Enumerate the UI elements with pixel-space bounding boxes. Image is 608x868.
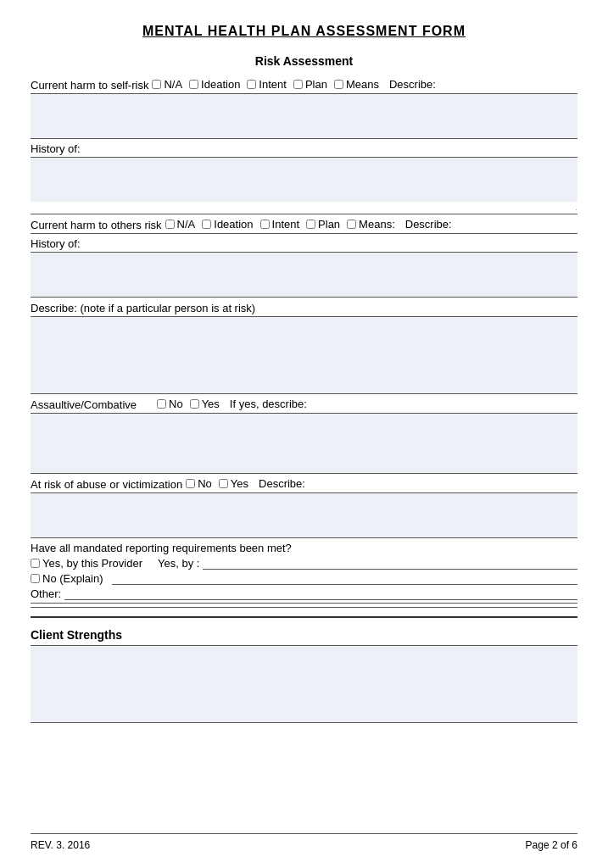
others-risk-describe-label: Describe:	[405, 218, 452, 231]
history-of-2-area[interactable]	[31, 253, 577, 297]
others-risk-plan-checkbox[interactable]	[306, 220, 315, 229]
mandated-question-row: Have all mandated reporting requirements…	[31, 542, 577, 554]
yes-provider-row: Yes, by this Provider Yes, by :	[31, 556, 577, 570]
section-divider	[31, 616, 577, 618]
page-title: MENTAL HEALTH PLAN ASSESSMENT FORM	[31, 24, 577, 39]
others-risk-means-label: Means:	[359, 218, 395, 231]
other-row: Other:	[31, 587, 577, 604]
others-risk-checkboxes: N/A Ideation Intent Plan Means:	[165, 218, 400, 231]
self-risk-intent-label: Intent	[259, 78, 287, 91]
footer-left: REV. 3. 2016	[31, 839, 90, 851]
abuse-yes[interactable]: Yes	[219, 477, 248, 490]
others-risk-label: Current harm to others risk	[31, 218, 162, 231]
yes-provider-label: Yes, by this Provider	[42, 557, 142, 570]
history-of-2-label: History of:	[31, 234, 577, 253]
self-risk-means-checkbox[interactable]	[334, 80, 343, 89]
mandated-label: Have all mandated reporting requirements…	[31, 542, 292, 554]
self-risk-plan-checkbox[interactable]	[293, 80, 303, 89]
no-explain-checkbox-item[interactable]: No (Explain)	[31, 572, 103, 585]
abuse-row: At risk of abuse or victimization No Yes…	[31, 474, 577, 493]
assaultive-area[interactable]	[31, 414, 577, 473]
self-risk-ideation-checkbox[interactable]	[189, 80, 198, 89]
self-risk-plan[interactable]: Plan	[293, 78, 327, 91]
client-strengths-area[interactable]	[31, 646, 577, 722]
assaultive-yes-checkbox[interactable]	[190, 399, 199, 409]
no-explain-row: No (Explain)	[31, 571, 577, 585]
others-risk-ideation[interactable]: Ideation	[202, 218, 253, 231]
yes-provider-checkbox[interactable]	[31, 559, 40, 568]
self-risk-intent[interactable]: Intent	[247, 78, 287, 91]
self-risk-intent-checkbox[interactable]	[247, 80, 256, 89]
others-risk-plan[interactable]: Plan	[306, 218, 340, 231]
self-risk-ideation[interactable]: Ideation	[189, 78, 240, 91]
self-risk-checkboxes: N/A Ideation Intent Plan Means	[152, 78, 384, 91]
assaultive-yes[interactable]: Yes	[190, 398, 220, 410]
assaultive-checkboxes: No Yes	[157, 398, 225, 410]
others-risk-intent-label: Intent	[272, 218, 300, 231]
self-risk-means[interactable]: Means	[334, 78, 379, 91]
abuse-yes-checkbox[interactable]	[219, 479, 228, 488]
abuse-label: At risk of abuse or victimization	[31, 477, 182, 491]
abuse-no[interactable]: No	[186, 477, 212, 490]
yes-by-input[interactable]	[203, 556, 577, 570]
self-risk-describe-label: Describe:	[389, 78, 436, 91]
self-risk-plan-label: Plan	[305, 78, 327, 91]
no-explain-input[interactable]	[112, 571, 577, 585]
assaultive-no-checkbox[interactable]	[157, 399, 166, 409]
others-risk-row: Current harm to others risk N/A Ideation…	[31, 214, 577, 234]
footer-right: Page 2 of 6	[526, 839, 577, 851]
self-risk-describe-area[interactable]	[31, 94, 577, 138]
describe-person-label: Describe: (note if a particular person i…	[31, 301, 255, 314]
yes-by-label: Yes, by :	[158, 557, 199, 570]
self-risk-na[interactable]: N/A	[152, 78, 182, 91]
assaultive-row: Assaultive/Combative No Yes If yes, desc…	[31, 394, 577, 414]
client-strengths-title: Client Strengths	[31, 623, 577, 646]
yes-provider-checkbox-item[interactable]: Yes, by this Provider	[31, 557, 142, 570]
others-risk-ideation-label: Ideation	[214, 218, 253, 231]
assaultive-no[interactable]: No	[157, 398, 183, 410]
abuse-no-label: No	[198, 477, 212, 490]
no-explain-label: No (Explain)	[42, 572, 103, 585]
others-risk-na-checkbox[interactable]	[165, 220, 175, 229]
self-risk-label: Current harm to self-risk	[31, 78, 148, 92]
assaultive-yes-label: Yes	[202, 398, 220, 410]
others-risk-plan-label: Plan	[318, 218, 340, 231]
history-of-1-label: History of:	[31, 139, 577, 158]
abuse-yes-label: Yes	[231, 477, 248, 490]
abuse-checkboxes: No Yes	[186, 477, 254, 490]
history-of-1-area[interactable]	[31, 158, 577, 202]
section-title-risk: Risk Assessment	[31, 54, 577, 68]
other-input[interactable]	[64, 587, 577, 600]
other-label: Other:	[31, 587, 61, 600]
self-risk-na-label: N/A	[164, 78, 182, 91]
others-risk-intent-checkbox[interactable]	[260, 220, 270, 229]
assaultive-describe-label: If yes, describe:	[230, 398, 307, 410]
describe-person-row: Describe: (note if a particular person i…	[31, 298, 577, 317]
others-risk-intent[interactable]: Intent	[260, 218, 300, 231]
describe-person-area[interactable]	[31, 317, 577, 393]
footer: REV. 3. 2016 Page 2 of 6	[31, 833, 577, 851]
self-risk-na-checkbox[interactable]	[152, 80, 161, 89]
abuse-area[interactable]	[31, 493, 577, 537]
others-risk-means[interactable]: Means:	[347, 218, 395, 231]
self-risk-ideation-label: Ideation	[201, 78, 240, 91]
self-risk-row: Current harm to self-risk N/A Ideation I…	[31, 75, 577, 94]
assaultive-label: Assaultive/Combative	[31, 398, 137, 411]
others-risk-means-checkbox[interactable]	[347, 220, 356, 229]
no-explain-checkbox[interactable]	[31, 574, 40, 583]
self-risk-means-label: Means	[346, 78, 379, 91]
assaultive-no-label: No	[169, 398, 183, 410]
others-risk-na[interactable]: N/A	[165, 218, 196, 231]
others-risk-ideation-checkbox[interactable]	[202, 220, 211, 229]
mandated-section: Have all mandated reporting requirements…	[31, 538, 577, 608]
abuse-no-checkbox[interactable]	[186, 479, 195, 488]
others-risk-na-label: N/A	[177, 218, 196, 231]
abuse-describe-label: Describe:	[259, 477, 305, 490]
